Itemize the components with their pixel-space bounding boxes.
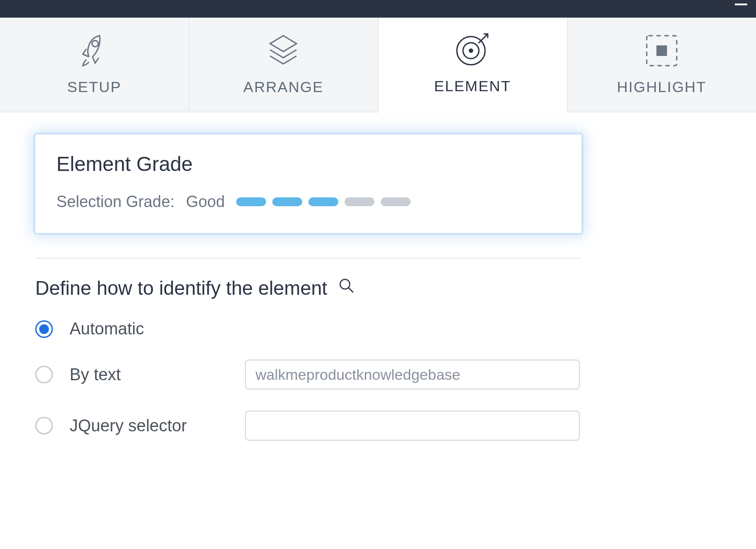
identify-option-automatic[interactable]: Automatic: [35, 319, 721, 338]
tab-label: ARRANGE: [243, 78, 323, 96]
bytext-input[interactable]: [245, 360, 580, 389]
rocket-icon: [77, 31, 112, 70]
grade-pill: [345, 197, 374, 206]
divider: [35, 258, 582, 259]
element-grade-card: Element Grade Selection Grade: Good: [35, 134, 582, 233]
grade-label: Selection Grade:: [56, 193, 174, 211]
tab-label: SETUP: [67, 78, 121, 96]
window-title-bar: [0, 0, 756, 18]
magnifier-icon[interactable]: [338, 277, 356, 299]
panel-body: Element Grade Selection Grade: Good Defi…: [0, 112, 756, 479]
grade-pill: [308, 197, 338, 206]
radio-automatic[interactable]: [35, 320, 53, 338]
svg-point-3: [469, 48, 473, 53]
tab-arrange[interactable]: ARRANGE: [189, 18, 378, 112]
tab-label: ELEMENT: [434, 78, 511, 95]
menu-icon[interactable]: [735, 4, 747, 5]
square-dashed-icon: [643, 31, 680, 70]
target-icon: [453, 30, 492, 70]
radio-jquery[interactable]: [35, 417, 53, 434]
svg-point-0: [92, 41, 98, 47]
tab-highlight[interactable]: HIGHLIGHT: [567, 18, 756, 112]
identify-title-text: Define how to identify the element: [35, 277, 327, 299]
tab-bar: SETUP ARRANGE ELEMENT: [0, 18, 756, 112]
card-title: Element Grade: [56, 152, 560, 176]
identify-section-title: Define how to identify the element: [35, 277, 721, 299]
tab-setup[interactable]: SETUP: [0, 18, 189, 112]
grade-pills: [236, 197, 411, 206]
radio-bytext[interactable]: [35, 366, 53, 383]
grade-pill: [236, 197, 266, 206]
radio-label: JQuery selector: [70, 416, 228, 435]
svg-rect-5: [656, 45, 667, 56]
tab-label: HIGHLIGHT: [617, 78, 706, 96]
radio-label: Automatic: [70, 319, 228, 338]
jquery-input[interactable]: [245, 411, 580, 441]
grade-value: Good: [186, 193, 225, 211]
tab-element[interactable]: ELEMENT: [378, 18, 567, 112]
layers-icon: [264, 31, 303, 70]
identify-option-jquery[interactable]: JQuery selector: [35, 411, 721, 441]
grade-pill: [272, 197, 302, 206]
radio-label: By text: [70, 365, 228, 384]
identify-option-bytext[interactable]: By text: [35, 360, 721, 389]
grade-pill: [381, 197, 411, 206]
